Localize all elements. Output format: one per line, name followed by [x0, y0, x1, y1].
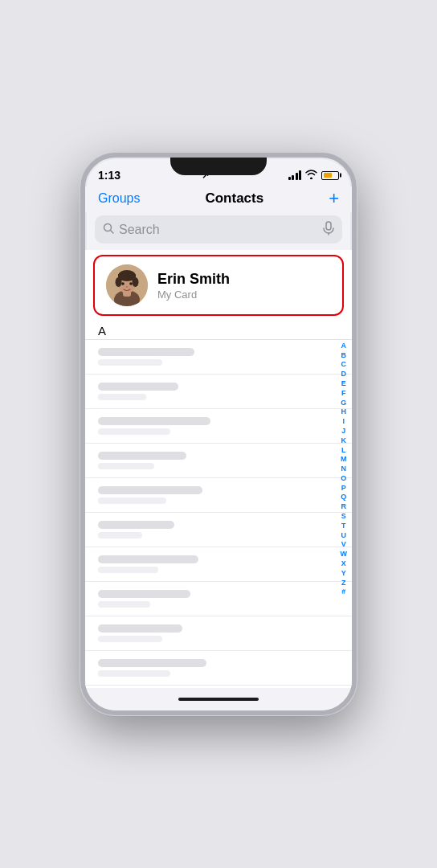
contact-row-content	[98, 624, 339, 642]
alpha-letter-o[interactable]: O	[339, 474, 349, 483]
alpha-letter-k[interactable]: K	[339, 436, 349, 445]
contact-detail-blurred	[98, 359, 162, 366]
contact-name-blurred	[98, 521, 174, 529]
battery-icon	[321, 171, 339, 180]
alpha-letter-p[interactable]: P	[339, 484, 349, 493]
content-area: Erin Smith My Card A	[85, 250, 352, 688]
svg-rect-11	[118, 274, 136, 280]
contacts-list	[85, 340, 352, 688]
svg-point-13	[129, 282, 133, 285]
alpha-letter-x[interactable]: X	[339, 559, 349, 568]
my-card-info: Erin Smith My Card	[157, 271, 230, 301]
alpha-index: ABCDEFGHIJKLMNOPQRSTUVWXYZ#	[339, 250, 349, 688]
alpha-letter-h[interactable]: H	[339, 407, 349, 416]
alpha-letter-t[interactable]: T	[339, 522, 349, 530]
alpha-letter-c[interactable]: C	[339, 360, 349, 369]
alpha-letter-m[interactable]: M	[339, 455, 349, 464]
search-icon	[103, 223, 114, 236]
contact-row[interactable]	[85, 375, 352, 409]
alpha-letter-y[interactable]: Y	[339, 569, 349, 578]
contact-name-blurred	[98, 590, 190, 598]
section-header-a: A	[85, 321, 352, 340]
wifi-icon	[305, 170, 317, 182]
contact-row[interactable]	[85, 444, 352, 478]
status-icons	[288, 170, 340, 182]
contact-name-blurred	[98, 555, 198, 563]
svg-rect-2	[326, 222, 331, 230]
contact-name-blurred	[98, 348, 194, 356]
contact-row-content	[98, 590, 339, 608]
alpha-letter-n[interactable]: N	[339, 465, 349, 473]
phone-frame: 1:13 ↗ Groups Contacts +	[80, 153, 357, 715]
contact-name-blurred	[98, 417, 210, 425]
alpha-letter-g[interactable]: G	[339, 399, 349, 407]
contact-row[interactable]	[85, 409, 352, 444]
microphone-icon[interactable]	[323, 221, 334, 238]
contact-row-content	[98, 521, 339, 538]
alpha-letter-s[interactable]: S	[339, 512, 349, 521]
contact-row-content	[98, 555, 339, 573]
alpha-letter-v[interactable]: V	[339, 540, 349, 549]
contact-detail-blurred	[98, 428, 170, 435]
contact-detail-blurred	[98, 497, 166, 504]
alpha-letter-#[interactable]: #	[339, 588, 349, 596]
alpha-letter-a[interactable]: A	[339, 342, 349, 350]
alpha-letter-b[interactable]: B	[339, 351, 349, 360]
groups-button[interactable]: Groups	[98, 191, 140, 206]
alpha-letter-d[interactable]: D	[339, 370, 349, 379]
contact-row[interactable]	[85, 582, 352, 616]
home-bar	[178, 698, 259, 701]
alpha-letter-l[interactable]: L	[339, 446, 349, 455]
status-time: 1:13	[98, 169, 120, 182]
contact-detail-blurred	[98, 601, 150, 608]
contact-row[interactable]	[85, 686, 352, 688]
alpha-letter-f[interactable]: F	[339, 389, 349, 398]
contact-detail-blurred	[98, 463, 154, 469]
contact-row[interactable]	[85, 478, 352, 513]
page-title: Contacts	[205, 190, 263, 207]
my-card-row[interactable]: Erin Smith My Card	[93, 255, 344, 316]
contact-name-blurred	[98, 659, 206, 667]
alpha-letter-i[interactable]: I	[339, 417, 349, 426]
contact-detail-blurred	[98, 394, 146, 400]
alpha-letter-z[interactable]: Z	[339, 579, 349, 588]
contact-row-content	[98, 348, 339, 366]
search-input[interactable]: Search	[119, 223, 318, 237]
svg-point-14	[126, 286, 129, 288]
contacts-scroll[interactable]: Erin Smith My Card A	[85, 250, 352, 688]
contact-row-content	[98, 659, 339, 677]
avatar	[106, 264, 148, 306]
contact-name-blurred	[98, 486, 202, 494]
contact-detail-blurred	[98, 670, 170, 677]
search-bar[interactable]: Search	[95, 215, 342, 244]
contact-name-blurred	[98, 383, 178, 391]
alpha-letter-e[interactable]: E	[339, 379, 349, 388]
alpha-letter-j[interactable]: J	[339, 427, 349, 436]
contact-row-content	[98, 486, 339, 504]
add-contact-button[interactable]: +	[329, 190, 339, 207]
contact-row[interactable]	[85, 651, 352, 686]
contact-detail-blurred	[98, 567, 158, 573]
contact-name-blurred	[98, 624, 182, 633]
contact-row[interactable]	[85, 513, 352, 547]
contact-row[interactable]	[85, 547, 352, 582]
contact-detail-blurred	[98, 532, 142, 538]
contact-row-content	[98, 417, 339, 435]
nav-bar: Groups Contacts +	[85, 186, 352, 212]
notch	[170, 158, 267, 175]
contact-row-content	[98, 383, 339, 400]
alpha-letter-w[interactable]: W	[339, 550, 349, 559]
alpha-letter-q[interactable]: Q	[339, 493, 349, 502]
contact-row[interactable]	[85, 340, 352, 375]
home-indicator	[85, 688, 352, 710]
signal-bars-icon	[288, 170, 302, 180]
alpha-letter-u[interactable]: U	[339, 531, 349, 540]
alpha-letter-r[interactable]: R	[339, 502, 349, 511]
svg-point-12	[121, 282, 125, 285]
battery-fill	[324, 173, 332, 178]
contact-row[interactable]	[85, 616, 352, 651]
contact-detail-blurred	[98, 636, 162, 642]
my-card-name: Erin Smith	[157, 271, 230, 288]
my-card-subtitle: My Card	[157, 289, 230, 301]
svg-line-1	[111, 231, 114, 234]
